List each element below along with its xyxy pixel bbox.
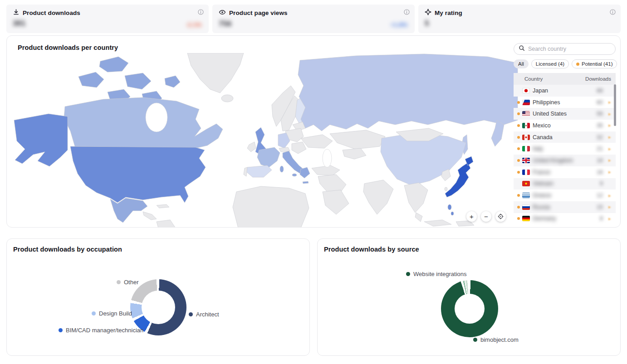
potential-dot-icon xyxy=(517,206,520,209)
potential-dot-icon xyxy=(517,159,520,162)
download-count: 12 xyxy=(597,192,603,199)
zoom-out-button[interactable]: − xyxy=(481,211,491,222)
country-name: United Kingdom xyxy=(533,157,597,164)
table-row[interactable]: Italy 21 ▸ xyxy=(514,143,616,155)
country-name: Vietnam xyxy=(533,180,600,187)
map-zoom-controls: + − xyxy=(466,211,506,222)
download-count: 8 xyxy=(600,215,603,222)
table-row[interactable]: United States 56 ▸ xyxy=(514,108,616,120)
legend-dot-icon xyxy=(406,272,410,276)
filter-chips: All Licensed (4) Potential (41) xyxy=(514,59,616,68)
country-search xyxy=(514,43,616,55)
panel-title: Product downloads per country xyxy=(18,44,118,51)
card-delta-badge: +1.8% xyxy=(391,21,407,28)
trend-caret-icon: ▸ xyxy=(608,99,613,105)
potential-dot-icon xyxy=(517,124,520,127)
potential-dot-icon xyxy=(517,136,520,139)
potential-dot-icon xyxy=(517,101,520,104)
card-value: 756 xyxy=(219,19,231,29)
table-row[interactable]: Greece 12 ▸ xyxy=(514,189,616,201)
downloads-per-country-panel: Product downloads per country xyxy=(6,35,621,228)
table-row[interactable]: France 16 ▸ xyxy=(514,166,616,178)
legend-item: Design Build xyxy=(92,310,132,317)
download-count: 32 xyxy=(597,134,603,141)
download-count: 60 xyxy=(597,99,603,106)
country-name: Japan xyxy=(533,87,597,94)
chip-label: All xyxy=(518,61,524,67)
filter-chip-potential[interactable]: Potential (41) xyxy=(572,59,617,68)
info-icon[interactable] xyxy=(610,9,616,17)
filter-chip-all[interactable]: All xyxy=(514,59,529,68)
country-name: Mexico xyxy=(533,122,597,129)
filter-chip-licensed[interactable]: Licensed (4) xyxy=(531,59,569,68)
card-header: Product downloads xyxy=(13,9,202,17)
legend-item: bimobject.com xyxy=(473,336,519,343)
column-country: Country xyxy=(524,76,543,82)
legend-label: BIM/CAD manager/technician xyxy=(66,327,143,334)
table-row[interactable]: Mexico 35 ▸ xyxy=(514,120,616,131)
country-name: Italy xyxy=(533,146,597,152)
country-table: Country Downloads Japan 88 ▸ Philippines… xyxy=(514,73,616,224)
sparkle-icon xyxy=(425,9,431,17)
table-row[interactable]: Germany 8 ▸ xyxy=(514,213,616,225)
legend-label: Website integrations xyxy=(413,271,467,277)
card-title: My rating xyxy=(435,10,462,16)
eye-icon xyxy=(219,9,226,17)
country-list-panel: All Licensed (4) Potential (41) Country … xyxy=(514,43,616,224)
download-count: 15 xyxy=(597,204,603,210)
legend-label: bimobject.com xyxy=(480,336,519,343)
country-flag-icon xyxy=(522,111,530,116)
table-row[interactable]: Philippines 60 ▸ xyxy=(514,97,616,108)
source-donut-chart[interactable] xyxy=(441,280,498,337)
panel-title: Product downloads by source xyxy=(324,246,419,253)
column-downloads: Downloads xyxy=(585,76,611,82)
potential-dot-icon xyxy=(517,171,520,174)
info-icon[interactable] xyxy=(404,9,410,17)
world-map[interactable] xyxy=(7,53,519,228)
card-title: Product page views xyxy=(229,10,288,16)
download-count: 18 xyxy=(597,157,603,164)
legend-dot-icon xyxy=(92,311,96,315)
downloads-by-occupation-panel: Product downloads by occupation Other De… xyxy=(6,238,310,356)
trend-caret-icon: ▸ xyxy=(608,193,613,199)
recenter-button[interactable] xyxy=(495,211,506,222)
legend-dot-icon xyxy=(59,328,63,332)
card-header: Product page views xyxy=(219,9,408,17)
country-flag-icon xyxy=(522,193,530,198)
table-row[interactable]: Canada 32 ▸ xyxy=(514,131,616,143)
legend-dot-icon xyxy=(473,338,477,342)
table-row[interactable]: Japan 88 ▸ xyxy=(514,85,616,97)
legend-item: Architect xyxy=(189,311,219,318)
zoom-in-button[interactable]: + xyxy=(466,211,477,222)
trend-caret-icon: ▸ xyxy=(608,111,613,117)
country-flag-icon xyxy=(522,204,530,210)
trend-caret-icon: ▸ xyxy=(608,204,613,210)
potential-dot-icon xyxy=(517,194,520,197)
info-icon[interactable] xyxy=(198,9,204,17)
trend-caret-icon: ▸ xyxy=(608,146,613,152)
download-count: 88 xyxy=(597,87,603,94)
country-table-body: Japan 88 ▸ Philippines 60 ▸ United State… xyxy=(514,85,616,224)
trend-caret-icon: ▸ xyxy=(608,216,613,222)
card-value: 381 xyxy=(13,19,25,28)
search-input[interactable] xyxy=(528,46,611,52)
country-flag-icon xyxy=(522,88,530,93)
list-scrollbar[interactable] xyxy=(614,84,616,126)
card-my-rating: My rating 5 xyxy=(418,5,621,33)
download-icon xyxy=(13,9,20,17)
panel-title: Product downloads by occupation xyxy=(13,246,122,253)
card-product-downloads: Product downloads 381 -2.1% xyxy=(6,5,209,33)
table-row[interactable]: United Kingdom 18 ▸ xyxy=(514,155,616,166)
search-icon xyxy=(519,45,525,53)
table-row[interactable]: Vietnam 9 ▸ xyxy=(514,178,616,190)
legend-dot-icon xyxy=(189,312,193,316)
legend-dot-icon xyxy=(117,280,121,284)
country-name: Philippines xyxy=(533,99,597,106)
country-name: Germany xyxy=(533,215,600,222)
trend-caret-icon: ▸ xyxy=(608,157,613,163)
table-row[interactable]: Russia 15 ▸ xyxy=(514,201,616,213)
download-count: 16 xyxy=(597,169,603,175)
country-flag-icon xyxy=(522,135,530,140)
legend-label: Design Build xyxy=(99,310,132,317)
chip-label: Licensed (4) xyxy=(536,61,564,67)
